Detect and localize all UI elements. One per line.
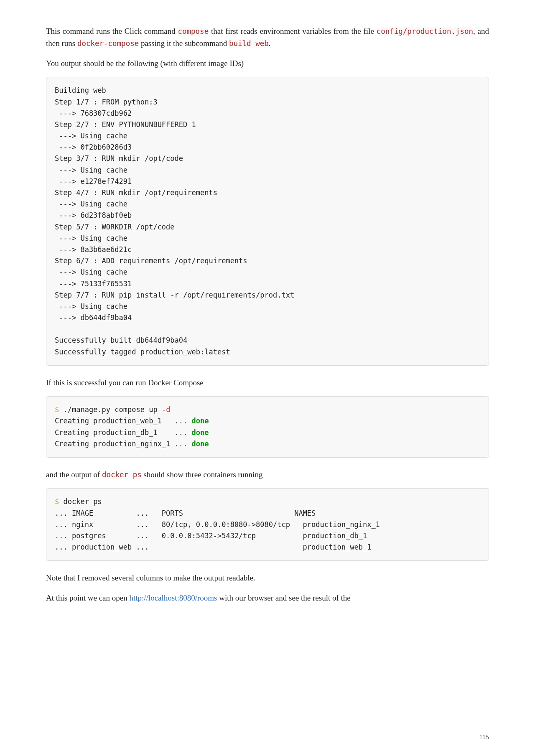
text: This command runs the Click command <box>46 27 178 36</box>
output-line: Creating production_nginx_1 ... <box>55 440 192 448</box>
text: passing it the subcommand <box>139 39 229 48</box>
inline-code: build web <box>229 39 269 48</box>
prompt-dollar: $ <box>55 405 59 414</box>
inline-code: compose <box>178 27 209 36</box>
inline-code: docker ps <box>102 471 142 479</box>
prompt-dollar: $ <box>55 497 59 506</box>
paragraph-3: If this is successful you can run Docker… <box>46 377 489 389</box>
text: that first reads environment variables f… <box>209 27 376 36</box>
cmd-text: ./manage.py compose up <box>59 405 162 414</box>
output-line: Creating production_db_1 ... <box>55 428 192 437</box>
code-block-build-output: Building web Step 1/7 : FROM python:3 --… <box>46 77 489 366</box>
cmd-flag: -d <box>162 405 170 414</box>
paragraph-4: and the output of docker ps should show … <box>46 468 489 481</box>
paragraph-1: This command runs the Click command comp… <box>46 25 489 50</box>
url-link[interactable]: http://localhost:8080/rooms <box>129 593 217 602</box>
code-block-docker-ps: $ docker ps ... IMAGE ... PORTS NAMES ..… <box>46 488 489 561</box>
output-line: Creating production_web_1 ... <box>55 417 192 425</box>
text: and the output of <box>46 470 102 479</box>
page-number: 115 <box>479 732 489 743</box>
paragraph-5: Note that I removed several columns to m… <box>46 572 489 584</box>
done-label: done <box>192 428 209 437</box>
inline-code: docker-compose <box>77 39 139 48</box>
code-block-compose-up: $ ./manage.py compose up -d Creating pro… <box>46 396 489 458</box>
cmd-text: docker ps <box>59 497 102 506</box>
text: At this point we can open <box>46 593 129 602</box>
document-page: This command runs the Click command comp… <box>0 0 535 756</box>
paragraph-6: At this point we can open http://localho… <box>46 592 489 604</box>
paragraph-2: You output should be the following (with… <box>46 57 489 69</box>
text: should show three containers running <box>142 470 263 479</box>
done-label: done <box>192 440 209 448</box>
output-block: ... IMAGE ... PORTS NAMES ... nginx ... … <box>55 509 380 552</box>
text: . <box>269 39 271 48</box>
inline-code: config/production.json <box>377 27 473 36</box>
text: with our browser and see the result of t… <box>217 593 351 602</box>
done-label: done <box>192 417 209 425</box>
